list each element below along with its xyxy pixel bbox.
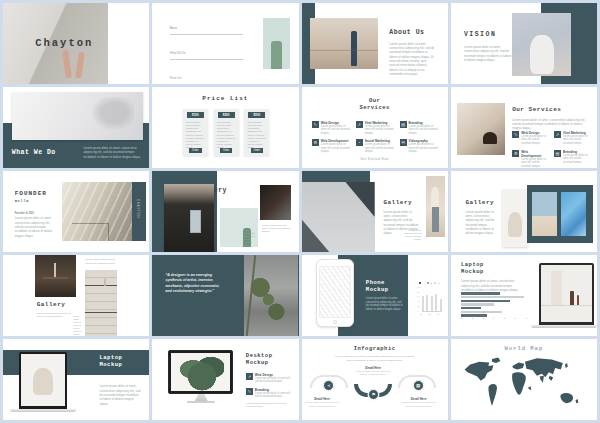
slide-what-we-do[interactable]: What We Do Lorem ipsum dolor sit amet, c…: [3, 87, 149, 168]
vision-title: VISION: [464, 31, 496, 38]
founder-title: FOUNDER: [15, 190, 47, 197]
price-card[interactable]: $200 Lorem ipsum dolor sit amet, consect…: [214, 109, 239, 156]
legend-label: C: [438, 282, 440, 284]
slide-gallery-two[interactable]: Gallery Lorem ipsum dolor sit amet elit …: [3, 255, 149, 336]
building-shape: [302, 213, 330, 252]
slide-contents[interactable]: About What We Do Price List Our Services…: [152, 3, 298, 84]
pencil-icon: ✎: [246, 388, 253, 395]
side-note: Lorem ipsum dolor sit amet elit sed do e…: [73, 315, 82, 336]
light-rays-photo: [62, 182, 135, 240]
desktop-base: [187, 401, 215, 403]
x-axis-labels: Q1Q2Q3: [417, 313, 442, 315]
contents-row: About: [170, 15, 243, 35]
gallery-title: Gallery: [465, 199, 494, 206]
laptop-screen-photo: [21, 354, 65, 406]
slide-desktop-mockup[interactable]: Desktop Mockup ↗ Web DesignLorem ipsum d…: [152, 339, 298, 420]
services-title: Our Services: [357, 97, 392, 111]
phone-home-button: [333, 320, 337, 324]
infographic-body: Lorem ipsum dolor sit amet, consectetur …: [334, 355, 416, 362]
vision-photo: [512, 13, 571, 76]
get-started-link[interactable]: Get Started Now: [302, 157, 448, 161]
service-item: ▤BrandingLorem ipsum dolor sit amet elit…: [400, 121, 438, 135]
lamp-photo: [35, 255, 76, 297]
about-photo: [310, 18, 377, 68]
order-button[interactable]: Order: [251, 148, 263, 153]
desktop-mockup-image: [168, 350, 232, 394]
gallery-caption: Lorem ipsum dolor sit amet elit sed do e…: [262, 224, 291, 234]
service-desc: Lorem ipsum dolor sit amet elit sed do e…: [365, 125, 394, 135]
axis-dots: [461, 318, 527, 319]
laptop-base: [10, 409, 76, 413]
calculator-icon: ▦: [413, 380, 424, 391]
laptop-screen-photo: [541, 265, 593, 322]
slide-gallery-dark[interactable]: Gallery Lorem ipsum dolor sit amet elit …: [152, 171, 298, 252]
price-features: Lorem ipsum dolor sit amet, consectetur …: [244, 118, 269, 150]
bar: [461, 292, 500, 294]
bar: [422, 296, 424, 311]
service-item: ↗Viral MarketingLorem ipsum dolor sit am…: [554, 131, 590, 145]
slide-price-list[interactable]: Price List $100 Lorem ipsum dolor sit am…: [152, 87, 298, 168]
slide-our-services-photo[interactable]: Our Services Lorem ipsum dolor sit amet,…: [451, 87, 597, 168]
standing-person-photo: [426, 176, 445, 238]
bar: [426, 295, 428, 311]
bar-chart: [461, 292, 527, 319]
desktop-item: ✎ BrandingLorem ipsum dolor sit amet eli…: [246, 388, 293, 399]
grid-icon: ▤: [554, 150, 561, 157]
bar: [461, 296, 524, 298]
price-card[interactable]: $100 Lorem ipsum dolor sit amet, consect…: [183, 109, 208, 156]
slide-quote[interactable]: “A designer is an emerging synthesis of …: [152, 255, 298, 336]
price-card[interactable]: $300 Lorem ipsum dolor sit amet, consect…: [244, 109, 269, 156]
postcard-shape: [190, 210, 201, 233]
laptop-title: Laptop Mockup: [100, 354, 132, 368]
price-features: Lorem ipsum dolor sit amet, consectetur …: [183, 118, 208, 150]
service-desc: Lorem ipsum dolor sit amet elit sed do e…: [365, 143, 394, 153]
workspace-photo: [457, 103, 505, 155]
slide-gallery-buildings[interactable]: Gallery Lorem ipsum dolor sit amet, cons…: [302, 171, 448, 252]
slide-gallery-teal[interactable]: Gallery Lorem ipsum dolor sit amet, cons…: [451, 171, 597, 252]
service-desc: Lorem ipsum dolor sit amet elit sed do e…: [521, 158, 548, 168]
legend-swatch: [434, 282, 436, 284]
about-title: About Us: [389, 29, 424, 36]
node-desc: Lorem ipsum dolor sit amet elit sed do e…: [356, 370, 391, 376]
service-item: ✎Web DesignLorem ipsum dolor sit amet el…: [312, 121, 350, 135]
mail-icon: ✉: [400, 139, 407, 146]
service-desc: Lorem ipsum dolor sit amet elit sed do e…: [321, 143, 350, 153]
service-desc: Lorem ipsum dolor sit amet elit sed do e…: [321, 125, 350, 135]
cover-title: Chayton: [35, 37, 93, 49]
pencil-icon: ✎: [312, 121, 319, 128]
service-item: ▤BrandingLorem ipsum dolor sit amet elit…: [554, 150, 590, 168]
bar: [461, 311, 502, 313]
accent-strip: CHAYTON: [132, 182, 147, 240]
slide-cover[interactable]: Chayton: [3, 3, 149, 84]
order-button[interactable]: Order: [189, 148, 201, 153]
phone-mockup-image: [316, 259, 354, 327]
about-body: Lorem ipsum dolor sit amet, consectetur …: [389, 42, 436, 76]
slide-about-us[interactable]: About Us Lorem ipsum dolor sit amet, con…: [302, 3, 448, 84]
slide-world-map[interactable]: World Map: [451, 339, 597, 420]
slide-laptop-band[interactable]: Laptop Mockup Lorem ipsum dolor sit amet…: [3, 339, 149, 420]
building-shape: [342, 182, 375, 217]
laptop-mockup-image: [539, 263, 595, 325]
desktop-stand: [195, 394, 208, 401]
legend-label: B: [431, 282, 433, 284]
price-list-title: Price List: [152, 95, 298, 102]
slide-laptop-chart[interactable]: Laptop Mockup Lorem ipsum dolor sit amet…: [451, 255, 597, 336]
slide-vision[interactable]: VISION Lorem ipsum dolor sit amet, conse…: [451, 3, 597, 84]
service-label: Web Development: [521, 150, 548, 158]
slide-infographic[interactable]: Infographic Lorem ipsum dolor sit amet, …: [302, 339, 448, 420]
legend-swatch: [419, 282, 421, 284]
bar: [461, 303, 494, 305]
bar: [461, 300, 510, 302]
contents-row: What We Do: [170, 40, 243, 60]
slide-phone-mockup[interactable]: Phone Mockup Lorem ipsum dolor sit amet,…: [302, 255, 448, 336]
gallery-note: Lorem ipsum dolor sit amet elit sed do e…: [243, 229, 256, 247]
bar: [435, 294, 437, 311]
laptop-body: Lorem ipsum dolor sit amet, consectetur …: [461, 279, 520, 292]
slide-founder[interactable]: FOUNDER Bella Founder & CEO Lorem ipsum …: [3, 171, 149, 252]
slide-our-services-grid[interactable]: Our Services ✎Web DesignLorem ipsum dolo…: [302, 87, 448, 168]
side-text: CHAYTON: [136, 199, 139, 218]
order-button[interactable]: Order: [220, 148, 232, 153]
buildings-photo: [302, 182, 375, 252]
desktop-title: Desktop Mockup: [246, 352, 281, 366]
node-label-block: Detail Here Lorem ipsum dolor sit amet e…: [401, 397, 436, 407]
